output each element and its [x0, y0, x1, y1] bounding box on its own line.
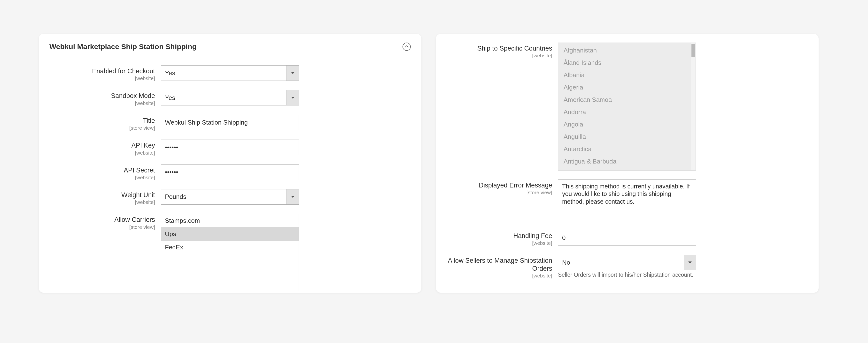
row-weight-unit: Weight Unit [website] Pounds: [50, 189, 411, 205]
country-option[interactable]: American Samoa: [558, 94, 696, 106]
label-allow-carriers: Allow Carriers [store view]: [50, 214, 161, 230]
input-handling-fee[interactable]: [558, 230, 696, 245]
country-option[interactable]: Antarctica: [558, 143, 696, 155]
row-title: Title [store view]: [50, 115, 411, 131]
country-option[interactable]: Afghanistan: [558, 44, 696, 57]
country-option[interactable]: Andorra: [558, 106, 696, 118]
row-api-secret: API Secret [website]: [50, 165, 411, 180]
chevron-down-icon[interactable]: [286, 90, 299, 105]
collapse-icon[interactable]: [403, 42, 411, 51]
row-sandbox-mode: Sandbox Mode [website] Yes: [50, 90, 411, 106]
scrollbar-thumb[interactable]: [691, 44, 695, 57]
config-panel-left: Webkul Marketplace Ship Station Shipping…: [39, 34, 422, 293]
row-allow-manage: Allow Sellers to Manage Shipstation Orde…: [446, 255, 808, 279]
country-option[interactable]: Antigua & Barbuda: [558, 155, 696, 168]
chevron-down-icon[interactable]: [286, 66, 299, 80]
label-allow-manage: Allow Sellers to Manage Shipstation Orde…: [446, 255, 558, 279]
carrier-option[interactable]: Ups: [161, 228, 299, 241]
select-enabled-checkout[interactable]: Yes: [161, 65, 299, 81]
label-enabled-checkout: Enabled for Checkout [website]: [50, 65, 161, 81]
hint-allow-manage: Seller Orders will import to his/her Shi…: [558, 272, 696, 278]
input-title[interactable]: [161, 115, 299, 130]
multiselect-allow-carriers[interactable]: Stamps.comUpsFedEx: [161, 214, 299, 291]
chevron-down-icon[interactable]: [286, 190, 299, 204]
carrier-option[interactable]: FedEx: [161, 241, 299, 254]
config-panel-right: Ship to Specific Countries [website] Afg…: [436, 34, 818, 293]
label-api-key: API Key [website]: [50, 140, 161, 156]
label-title: Title [store view]: [50, 115, 161, 131]
label-error-message: Displayed Error Message [store view]: [446, 179, 558, 196]
row-handling-fee: Handling Fee [website]: [446, 230, 808, 246]
section-header: Webkul Marketplace Ship Station Shipping: [50, 42, 411, 51]
textarea-error-message[interactable]: [558, 179, 696, 220]
country-option[interactable]: Albania: [558, 69, 696, 81]
label-handling-fee: Handling Fee [website]: [446, 230, 558, 246]
country-option[interactable]: Åland Islands: [558, 57, 696, 69]
carrier-option[interactable]: Stamps.com: [161, 214, 299, 228]
section-title: Webkul Marketplace Ship Station Shipping: [50, 42, 197, 51]
row-ship-countries: Ship to Specific Countries [website] Afg…: [446, 42, 808, 171]
input-api-key[interactable]: [161, 140, 299, 155]
label-ship-countries: Ship to Specific Countries [website]: [446, 42, 558, 59]
input-api-secret[interactable]: [161, 165, 299, 180]
country-option[interactable]: Anguilla: [558, 131, 696, 143]
country-option[interactable]: Angola: [558, 118, 696, 131]
select-sandbox-mode[interactable]: Yes: [161, 90, 299, 105]
scrollbar[interactable]: [691, 43, 695, 170]
select-weight-unit[interactable]: Pounds: [161, 189, 299, 205]
label-api-secret: API Secret [website]: [50, 165, 161, 180]
label-weight-unit: Weight Unit [website]: [50, 189, 161, 205]
chevron-down-icon[interactable]: [684, 255, 696, 270]
select-allow-manage[interactable]: No: [558, 255, 696, 270]
label-sandbox-mode: Sandbox Mode [website]: [50, 90, 161, 106]
row-error-message: Displayed Error Message [store view]: [446, 179, 808, 221]
multiselect-ship-countries[interactable]: AfghanistanÅland IslandsAlbaniaAlgeriaAm…: [558, 42, 696, 171]
row-allow-carriers: Allow Carriers [store view] Stamps.comUp…: [50, 214, 411, 291]
row-enabled-checkout: Enabled for Checkout [website] Yes: [50, 65, 411, 81]
row-api-key: API Key [website]: [50, 140, 411, 156]
country-option[interactable]: Algeria: [558, 81, 696, 94]
